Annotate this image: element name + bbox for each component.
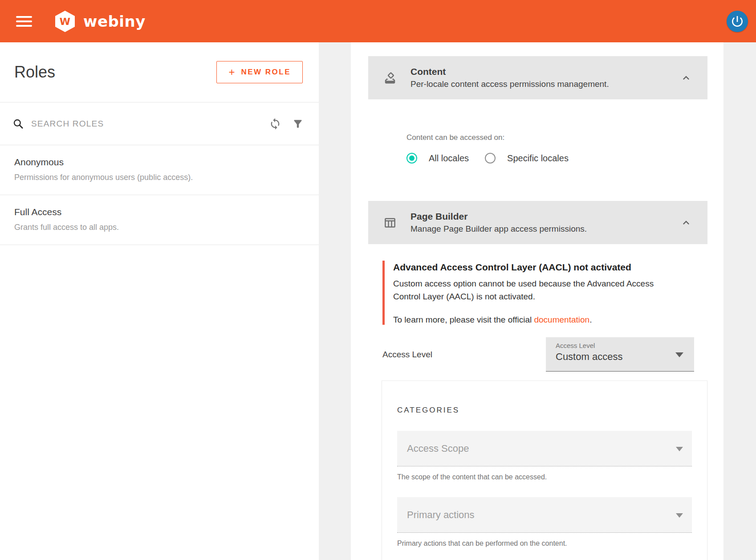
page-builder-columns-icon: [383, 216, 397, 229]
primary-actions-helper: Primary actions that can be performed on…: [397, 540, 692, 548]
search-input[interactable]: [31, 119, 260, 129]
search-icon: [12, 118, 24, 130]
webiny-logo[interactable]: W webiny: [54, 10, 146, 33]
categories-title: CATEGORIES: [397, 406, 692, 415]
hamburger-menu-icon[interactable]: [16, 16, 32, 27]
aacl-warning-body: Custom access option cannot be used beca…: [393, 277, 678, 303]
access-level-row: Access Level Access Level Custom access: [382, 337, 694, 372]
content-section-title: Content: [411, 66, 680, 77]
locales-radio-group: All locales Specific locales: [406, 153, 669, 164]
content-section-body: Content can be accessed on: All locales …: [368, 99, 707, 201]
aacl-warning-title: Advanced Access Control Layer (AACL) not…: [393, 261, 695, 274]
access-scope-field: Access Scope The scope of the content th…: [397, 431, 692, 481]
svg-text:W: W: [60, 16, 70, 27]
filter-button[interactable]: [290, 116, 305, 131]
primary-actions-field: Primary actions Primary actions that can…: [397, 497, 692, 548]
access-scope-helper: The scope of the content that can be acc…: [397, 473, 692, 481]
locales-group-label: Content can be accessed on:: [406, 133, 669, 142]
gravatar-power-icon: [730, 14, 744, 29]
access-level-select[interactable]: Access Level Custom access: [546, 337, 694, 372]
new-role-button-label: NEW ROLE: [241, 68, 291, 77]
primary-actions-placeholder: Primary actions: [407, 509, 475, 521]
role-permissions-panel: Content Per-locale content access permis…: [351, 42, 723, 560]
roles-sidebar: Roles + NEW ROLE: [0, 42, 319, 560]
collapse-chevron-up-icon[interactable]: [680, 72, 692, 84]
role-list-item-anonymous[interactable]: Anonymous Permissions for anonymous user…: [0, 145, 319, 195]
access-level-value: Custom access: [556, 351, 685, 363]
plus-icon: +: [228, 67, 235, 78]
warning-footer-prefix: To learn more, please visit the official: [393, 315, 534, 324]
radio-specific-locales[interactable]: [485, 153, 496, 164]
app-bar: W webiny: [0, 0, 756, 42]
page-builder-section-subtitle: Manage Page Builder app access permissio…: [411, 224, 680, 234]
radio-all-locales[interactable]: [406, 153, 417, 164]
categories-card: CATEGORIES Access Scope The scope of the…: [382, 380, 707, 560]
access-level-field-label: Access Level: [556, 342, 685, 349]
dropdown-arrow-icon: [675, 352, 683, 357]
access-level-label: Access Level: [382, 350, 432, 360]
primary-actions-select[interactable]: Primary actions: [397, 497, 692, 533]
access-scope-placeholder: Access Scope: [407, 443, 469, 454]
radio-specific-locales-label[interactable]: Specific locales: [507, 153, 569, 164]
dropdown-arrow-icon: [676, 447, 683, 451]
role-name: Full Access: [14, 207, 305, 217]
dropdown-arrow-icon: [676, 513, 683, 518]
access-scope-select[interactable]: Access Scope: [397, 431, 692, 466]
documentation-link[interactable]: documentation: [534, 315, 589, 324]
panel-gutter: [319, 42, 351, 560]
refresh-button[interactable]: [267, 116, 283, 132]
role-list-item-full-access[interactable]: Full Access Grants full access to all ap…: [0, 195, 319, 245]
user-avatar[interactable]: [727, 11, 748, 32]
page-builder-section-header[interactable]: Page Builder Manage Page Builder app acc…: [368, 201, 707, 244]
content-section-header[interactable]: Content Per-locale content access permis…: [368, 56, 707, 99]
page-builder-section-title: Page Builder: [411, 211, 680, 222]
collapse-chevron-up-icon[interactable]: [680, 217, 692, 229]
content-section-subtitle: Per-locale content access permissions ma…: [411, 79, 680, 89]
aacl-warning-box: Advanced Access Control Layer (AACL) not…: [382, 261, 695, 325]
aacl-warning-footer: To learn more, please visit the official…: [393, 315, 695, 325]
brand-wordmark: webiny: [83, 12, 146, 30]
radio-all-locales-label[interactable]: All locales: [429, 153, 469, 164]
warning-footer-suffix: .: [589, 315, 592, 324]
page-title: Roles: [14, 63, 55, 82]
filter-icon: [292, 118, 304, 130]
search-bar: [0, 102, 319, 145]
roles-list: Anonymous Permissions for anonymous user…: [0, 145, 319, 245]
role-description: Grants full access to all apps.: [14, 223, 305, 232]
role-name: Anonymous: [14, 157, 305, 168]
refresh-icon: [269, 118, 281, 130]
webiny-hexagon-icon: W: [54, 10, 76, 33]
ballot-content-icon: [383, 71, 397, 85]
role-description: Permissions for anonymous users (public …: [14, 173, 305, 182]
page-builder-section-body: Advanced Access Control Layer (AACL) not…: [368, 261, 707, 560]
new-role-button[interactable]: + NEW ROLE: [216, 61, 303, 83]
